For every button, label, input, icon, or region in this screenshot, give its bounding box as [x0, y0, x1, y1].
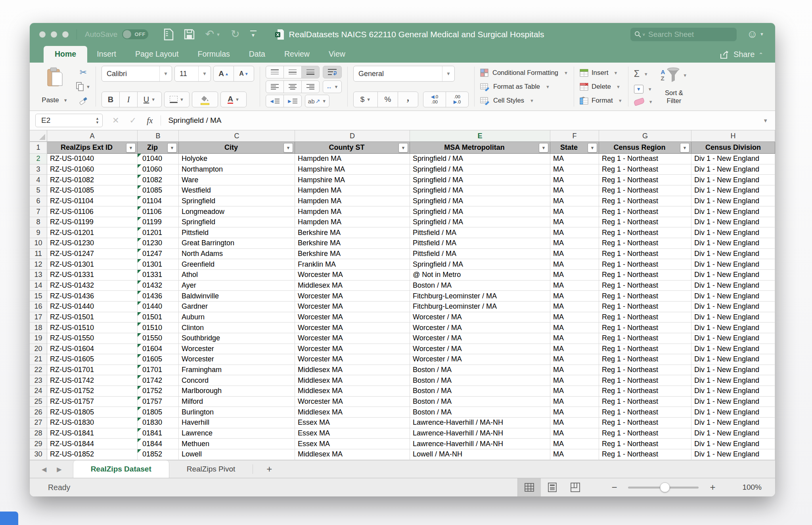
- cell-D11[interactable]: Berkshire MA: [295, 249, 410, 260]
- cell-H24[interactable]: Div 1 - New England: [691, 386, 775, 397]
- cell-styles-button[interactable]: Cell Styles ▼: [480, 96, 568, 105]
- align-right-button[interactable]: [301, 80, 320, 93]
- row-header-17[interactable]: 17: [30, 312, 47, 323]
- cell-G13[interactable]: Reg 1 - Northeast: [599, 270, 691, 281]
- cell-C6[interactable]: Springfield: [179, 196, 295, 207]
- cell-H30[interactable]: Div 1 - New England: [691, 449, 775, 460]
- filter-button-A[interactable]: ▼: [126, 143, 136, 153]
- cell-G11[interactable]: Reg 1 - Northeast: [599, 249, 691, 260]
- cell-H12[interactable]: Div 1 - New England: [691, 259, 775, 270]
- cell-G29[interactable]: Reg 1 - Northeast: [599, 439, 691, 449]
- cell-A10[interactable]: RZ-US-01230: [47, 238, 138, 249]
- cell-A2[interactable]: RZ-US-01040: [47, 154, 138, 164]
- undo-button[interactable]: ↶ ▼: [205, 29, 220, 40]
- cell-G10[interactable]: Reg 1 - Northeast: [599, 238, 691, 249]
- format-painter-button[interactable]: [77, 95, 90, 107]
- autosum-button[interactable]: Σ ▼: [634, 69, 653, 79]
- cell-H19[interactable]: Div 1 - New England: [691, 333, 775, 344]
- search-input[interactable]: [648, 30, 733, 39]
- cut-button[interactable]: ✂: [77, 67, 90, 78]
- cell-A24[interactable]: RZ-US-01752: [47, 386, 138, 397]
- borders-caret-icon[interactable]: ▼: [180, 97, 184, 102]
- tab-review[interactable]: Review: [275, 46, 319, 63]
- underline-caret-icon[interactable]: ▼: [151, 97, 155, 102]
- cell-H2[interactable]: Div 1 - New England: [691, 154, 775, 164]
- cell-H1[interactable]: Census Division: [691, 142, 775, 154]
- cell-H14[interactable]: Div 1 - New England: [691, 281, 775, 291]
- search-box[interactable]: ˅: [630, 28, 737, 41]
- cell-A6[interactable]: RZ-US-01104: [47, 196, 138, 207]
- cell-C7[interactable]: Longmeadow: [179, 206, 295, 217]
- cell-C20[interactable]: Worcester: [179, 344, 295, 355]
- cell-B13[interactable]: 01331: [138, 270, 179, 281]
- decrease-decimal-button[interactable]: .00 ▶.0: [446, 92, 469, 107]
- cell-E10[interactable]: Pittsfield / MA: [410, 238, 550, 249]
- row-header-21[interactable]: 21: [30, 354, 47, 365]
- cell-D20[interactable]: Worcester MA: [295, 344, 410, 355]
- cell-E29[interactable]: Lawrence-Haverhill / MA-NH: [410, 439, 550, 449]
- currency-caret-icon[interactable]: ▼: [366, 97, 371, 102]
- confirm-entry-icon[interactable]: ✓: [130, 116, 137, 125]
- cell-B1[interactable]: Zip▼: [138, 142, 179, 154]
- zoom-out-button[interactable]: −: [605, 482, 623, 493]
- cell-E6[interactable]: Springfield / MA: [410, 196, 550, 207]
- cell-A22[interactable]: RZ-US-01701: [47, 365, 138, 376]
- font-color-button[interactable]: A ▼: [220, 92, 247, 107]
- conditional-formatting-button[interactable]: Conditional Formatting ▼: [480, 69, 568, 77]
- cell-G15[interactable]: Reg 1 - Northeast: [599, 291, 691, 302]
- cell-A1[interactable]: RealZips Ext ID▼: [47, 142, 138, 154]
- increase-decimal-button[interactable]: ◀.0 .00: [423, 92, 446, 107]
- page-break-preview-button[interactable]: [564, 478, 587, 496]
- currency-button[interactable]: $▼: [353, 92, 378, 107]
- row-header-20[interactable]: 20: [30, 344, 47, 355]
- cell-B19[interactable]: 01550: [138, 333, 179, 344]
- cell-F30[interactable]: MA: [550, 449, 599, 460]
- collapse-ribbon-icon[interactable]: ⌃: [758, 52, 763, 58]
- cell-D21[interactable]: Worcester MA: [295, 354, 410, 365]
- cell-E23[interactable]: Boston / MA: [410, 375, 550, 386]
- cell-E2[interactable]: Springfield / MA: [410, 154, 550, 164]
- row-header-30[interactable]: 30: [30, 449, 47, 460]
- cell-A25[interactable]: RZ-US-01757: [47, 397, 138, 407]
- cell-E28[interactable]: Lawrence-Haverhill / MA-NH: [410, 428, 550, 439]
- cell-A27[interactable]: RZ-US-01830: [47, 418, 138, 428]
- share-button[interactable]: Share ⌃: [720, 50, 763, 63]
- cell-G1[interactable]: Census Region▼: [599, 142, 691, 154]
- clear-button[interactable]: ▼: [634, 99, 653, 105]
- filter-button-E[interactable]: ▼: [539, 143, 548, 153]
- zoom-slider[interactable]: [628, 487, 699, 489]
- cell-D28[interactable]: Essex MA: [295, 428, 410, 439]
- column-header-G[interactable]: G: [599, 130, 691, 142]
- cell-C3[interactable]: Northampton: [179, 164, 295, 175]
- cell-F3[interactable]: MA: [550, 164, 599, 175]
- row-header-2[interactable]: 2: [30, 154, 47, 164]
- cell-F20[interactable]: MA: [550, 344, 599, 355]
- cell-D24[interactable]: Middlesex MA: [295, 386, 410, 397]
- row-header-29[interactable]: 29: [30, 439, 47, 449]
- row-header-3[interactable]: 3: [30, 164, 47, 175]
- tab-formulas[interactable]: Formulas: [188, 46, 239, 63]
- cell-F22[interactable]: MA: [550, 365, 599, 376]
- cell-D30[interactable]: Middlesex MA: [295, 449, 410, 460]
- cell-F26[interactable]: MA: [550, 407, 599, 418]
- cell-G8[interactable]: Reg 1 - Northeast: [599, 217, 691, 228]
- copy-caret-icon[interactable]: ▼: [86, 84, 90, 89]
- cell-H10[interactable]: Div 1 - New England: [691, 238, 775, 249]
- orientation-caret-icon[interactable]: ▼: [322, 99, 326, 103]
- row-header-26[interactable]: 26: [30, 407, 47, 418]
- cell-B28[interactable]: 01841: [138, 428, 179, 439]
- cell-F8[interactable]: MA: [550, 217, 599, 228]
- name-box[interactable]: E2 ▲▼: [35, 114, 103, 127]
- font-color-caret-icon[interactable]: ▼: [235, 97, 239, 102]
- column-header-B[interactable]: B: [138, 130, 179, 142]
- column-header-D[interactable]: D: [295, 130, 410, 142]
- cell-B21[interactable]: 01605: [138, 354, 179, 365]
- cell-F14[interactable]: MA: [550, 281, 599, 291]
- cell-A7[interactable]: RZ-US-01106: [47, 206, 138, 217]
- cell-B4[interactable]: 01082: [138, 175, 179, 185]
- cell-G21[interactable]: Reg 1 - Northeast: [599, 354, 691, 365]
- cell-D10[interactable]: Berkshire MA: [295, 238, 410, 249]
- cell-B3[interactable]: 01060: [138, 164, 179, 175]
- cell-C1[interactable]: City▼: [179, 142, 295, 154]
- underline-button[interactable]: U ▼: [137, 92, 162, 107]
